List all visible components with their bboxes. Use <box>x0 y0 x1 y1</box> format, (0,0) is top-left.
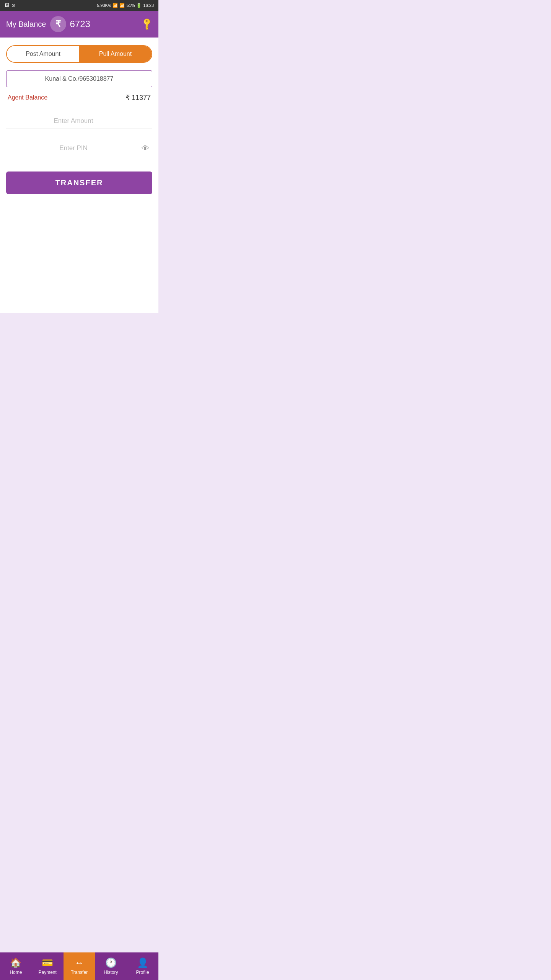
post-amount-tab[interactable]: Post Amount <box>7 46 79 62</box>
battery-icon: 🔋 <box>136 3 142 8</box>
toggle-container: Post Amount Pull Amount <box>6 45 152 63</box>
transfer-button[interactable]: TRANSFER <box>6 172 152 194</box>
speed-indicator: 5.93K/s <box>97 3 111 8</box>
battery-percent: 51% <box>126 3 135 8</box>
main-content: Post Amount Pull Amount Kunal & Co./9653… <box>0 38 158 313</box>
agent-balance-row: Agent Balance ₹ 11377 <box>6 93 152 102</box>
time-display: 16:23 <box>143 3 154 8</box>
pin-field-container: 👁 <box>6 140 152 156</box>
eye-icon[interactable]: 👁 <box>142 144 149 153</box>
agent-balance-label: Agent Balance <box>8 94 47 101</box>
header-title: My Balance <box>6 20 46 29</box>
amount-input[interactable] <box>6 113 152 129</box>
agent-input-container[interactable]: Kunal & Co./9653018877 <box>6 70 152 87</box>
status-bar-right: 5.93K/s 📶 📶 51% 🔋 16:23 <box>97 3 154 8</box>
image-icon: 🖼 <box>5 3 9 8</box>
pin-input[interactable] <box>6 140 152 156</box>
key-icon[interactable]: 🔑 <box>140 17 154 31</box>
status-bar-left: 🖼 ⊙ <box>5 3 15 8</box>
header-left: My Balance ₹ 6723 <box>6 16 90 32</box>
rupee-icon: ₹ <box>50 16 66 32</box>
amount-field-container <box>6 113 152 129</box>
header: My Balance ₹ 6723 🔑 <box>0 11 158 38</box>
status-bar: 🖼 ⊙ 5.93K/s 📶 📶 51% 🔋 16:23 <box>0 0 158 11</box>
pull-amount-tab[interactable]: Pull Amount <box>79 46 152 62</box>
agent-input-value: Kunal & Co./9653018877 <box>45 75 114 82</box>
signal-icon: 📶 <box>119 3 125 8</box>
wifi-icon: 📶 <box>112 3 118 8</box>
balance-amount: 6723 <box>70 19 90 29</box>
circle-icon: ⊙ <box>11 3 15 8</box>
agent-balance-value: ₹ 11377 <box>126 93 151 102</box>
